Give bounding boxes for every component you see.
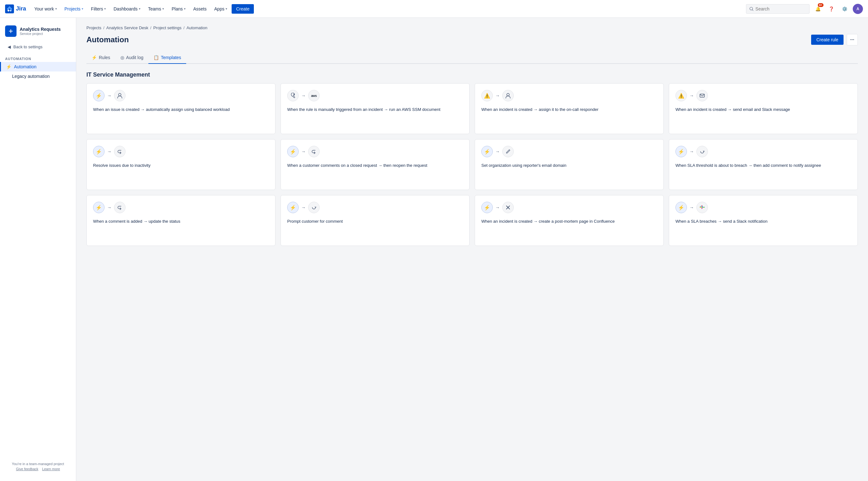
automation-card-7[interactable]: ⚡ → When SLA threshold is about to breac… <box>669 139 858 190</box>
more-options-button[interactable]: ··· <box>847 34 858 45</box>
search-input[interactable] <box>755 6 806 11</box>
card-icon-action-4 <box>114 146 125 157</box>
breadcrumb-sep-3: / <box>183 25 185 30</box>
rules-icon: ⚡ <box>92 55 97 60</box>
card-text-7: When SLA threshold is about to breach → … <box>676 162 851 169</box>
automation-card-3[interactable]: ⚠️ → When an incident is created → send … <box>669 83 858 134</box>
page-title: Automation <box>86 35 129 44</box>
sidebar-item-legacy-automation[interactable]: Legacy automation <box>0 71 76 81</box>
card-arrow-9: → <box>301 205 306 210</box>
tab-rules[interactable]: ⚡ Rules <box>86 52 115 64</box>
logo[interactable]: Jira <box>5 4 26 13</box>
automation-card-4[interactable]: ⚡ → Resolve issues due to inactivity <box>86 139 275 190</box>
person-icon <box>505 93 511 98</box>
svg-rect-16 <box>700 206 701 207</box>
page-header: Automation Create rule ··· <box>86 34 858 45</box>
nav-apps[interactable]: Apps ▾ <box>211 4 230 13</box>
tab-audit-log[interactable]: ◎ Audit log <box>115 52 148 64</box>
notification-badge: 9+ <box>818 3 824 7</box>
automation-card-10[interactable]: ⚡ → When an incident is created → create… <box>475 195 664 246</box>
create-rule-button[interactable]: Create rule <box>811 35 843 45</box>
automation-card-2[interactable]: ⚠️ → When an incident is created → assig… <box>475 83 664 134</box>
logo-text: Jira <box>16 5 26 12</box>
card-arrow-8: → <box>107 205 112 210</box>
chevron-down-icon: ▾ <box>104 7 106 10</box>
card-icon-trigger-1 <box>287 90 299 101</box>
aws-icon: aws <box>311 94 316 98</box>
automation-card-8[interactable]: ⚡ → When a comment is added → update the… <box>86 195 275 246</box>
nav-your-work[interactable]: Your work ▾ <box>31 4 60 13</box>
svg-rect-6 <box>700 94 704 97</box>
bolt-icon: ⚡ <box>484 204 490 211</box>
nav-dashboards[interactable]: Dashboards ▾ <box>110 4 144 13</box>
audit-log-icon: ◎ <box>120 55 124 60</box>
sidebar: Analytics Requests Service project ◀ Bac… <box>0 18 76 481</box>
page-header-actions: Create rule ··· <box>811 34 858 45</box>
nav-assets[interactable]: Assets <box>190 4 210 13</box>
help-button[interactable]: ❓ <box>826 4 836 14</box>
card-icon-action-5 <box>308 146 320 157</box>
automation-cards-grid: ⚡ → When an issue is created → automatic… <box>86 83 858 246</box>
bolt-icon: ⚡ <box>678 149 684 155</box>
tab-templates[interactable]: 📋 Templates <box>148 52 186 64</box>
automation-card-1[interactable]: → aws When the rule is manually triggere… <box>281 83 470 134</box>
main-navigation: Your work ▾ Projects ▾ Filters ▾ Dashboa… <box>31 4 746 14</box>
card-icon-trigger-0: ⚡ <box>93 90 104 101</box>
nav-projects[interactable]: Projects ▾ <box>61 4 87 13</box>
breadcrumb-projects[interactable]: Projects <box>86 25 101 30</box>
svg-rect-0 <box>5 4 14 13</box>
automation-card-5[interactable]: ⚡ → When a customer comments on a closed… <box>281 139 470 190</box>
slack-icon <box>699 204 705 210</box>
learn-more-link[interactable]: Learn more <box>42 467 60 471</box>
chevron-down-icon: ▾ <box>225 7 227 10</box>
automation-card-0[interactable]: ⚡ → When an issue is created → automatic… <box>86 83 275 134</box>
chevron-down-icon: ▾ <box>55 7 57 10</box>
card-text-6: Set organization using reporter's email … <box>481 162 657 169</box>
breadcrumb-project-settings[interactable]: Project settings <box>153 25 181 30</box>
create-button[interactable]: Create <box>231 4 254 14</box>
card-arrow-0: → <box>107 93 112 98</box>
card-icon-trigger-4: ⚡ <box>93 146 104 157</box>
svg-point-4 <box>119 93 121 96</box>
nav-teams[interactable]: Teams ▾ <box>145 4 167 13</box>
automation-card-11[interactable]: ⚡ → <box>669 195 858 246</box>
bolt-icon: ⚡ <box>484 149 490 155</box>
card-icon-trigger-10: ⚡ <box>481 202 493 213</box>
automation-card-6[interactable]: ⚡ → Set organization using reporter's em… <box>475 139 664 190</box>
automation-card-9[interactable]: ⚡ → Prompt customer for comment <box>281 195 470 246</box>
settings-button[interactable]: ⚙️ <box>839 4 849 14</box>
feedback-link[interactable]: Give feedback <box>16 467 38 471</box>
card-text-3: When an incident is created → send email… <box>676 106 851 113</box>
card-icon-action-9 <box>308 202 320 213</box>
warning-icon: ⚠️ <box>484 93 490 99</box>
back-to-settings[interactable]: ◀ Back to settings <box>3 42 73 52</box>
card-icon-trigger-6: ⚡ <box>481 146 493 157</box>
avatar[interactable]: A <box>853 4 863 14</box>
sidebar-item-automation[interactable]: ⚡ Automation <box>0 62 76 71</box>
card-icon-action-2 <box>502 90 514 101</box>
search-bar[interactable] <box>746 4 810 14</box>
svg-rect-13 <box>700 207 702 208</box>
card-icon-action-11 <box>696 202 708 213</box>
sidebar-section-label: AUTOMATION <box>0 54 76 62</box>
project-name: Analytics Requests <box>20 27 61 32</box>
card-text-0: When an issue is created → automatically… <box>93 106 269 113</box>
back-icon: ◀ <box>8 44 11 49</box>
search-icon <box>749 7 754 11</box>
edit-icon <box>505 149 511 154</box>
card-icon-action-8 <box>114 202 125 213</box>
nav-plans[interactable]: Plans ▾ <box>168 4 189 13</box>
card-text-11: When a SLA breaches → send a Slack notif… <box>676 218 851 225</box>
warning-icon: ⚠️ <box>678 93 684 99</box>
nav-filters[interactable]: Filters ▾ <box>88 4 109 13</box>
card-arrow-3: → <box>689 93 694 98</box>
svg-rect-15 <box>702 206 703 208</box>
main-content: Projects / Analytics Service Desk / Proj… <box>76 18 868 481</box>
wrench-icon <box>290 93 296 98</box>
breadcrumb-automation: Automation <box>186 25 208 30</box>
card-text-4: Resolve issues due to inactivity <box>93 162 269 169</box>
project-icon <box>5 25 17 37</box>
breadcrumb-service-desk[interactable]: Analytics Service Desk <box>106 25 148 30</box>
card-icon-trigger-3: ⚠️ <box>676 90 687 101</box>
notifications-button[interactable]: 🔔 9+ <box>813 4 823 14</box>
